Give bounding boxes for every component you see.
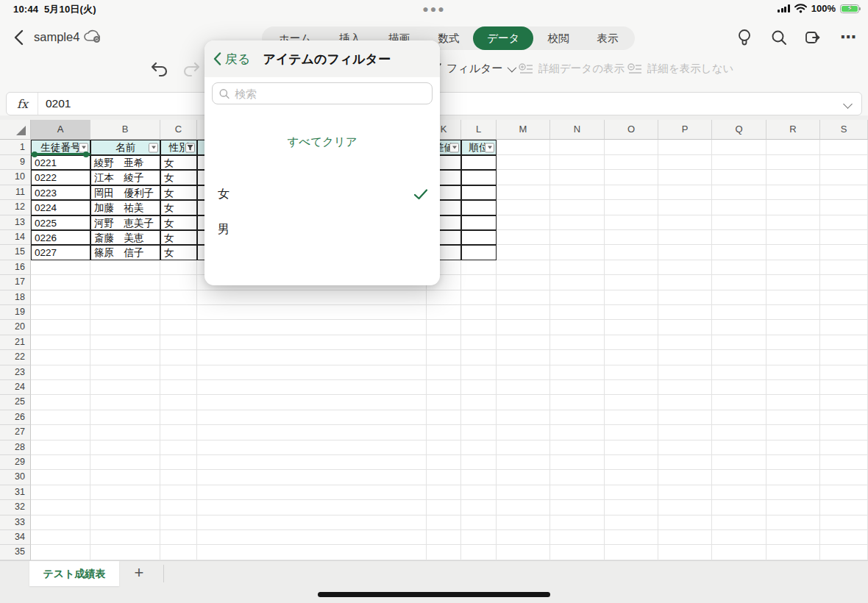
cell[interactable] (427, 320, 461, 335)
column-header-L[interactable]: L (461, 120, 497, 140)
cell[interactable] (160, 455, 197, 470)
popup-search-box[interactable] (212, 82, 433, 104)
cell[interactable] (820, 260, 868, 275)
cell[interactable] (766, 305, 820, 320)
cell[interactable] (160, 260, 197, 275)
cell[interactable] (160, 350, 197, 365)
cell[interactable] (90, 335, 160, 350)
cell[interactable] (605, 500, 658, 515)
cell[interactable] (712, 530, 766, 545)
cell[interactable] (712, 185, 766, 200)
cell[interactable] (712, 365, 766, 380)
cell[interactable] (160, 275, 197, 290)
cell[interactable] (605, 425, 658, 440)
cell-A9[interactable]: 0221 (31, 155, 90, 170)
cell[interactable] (197, 500, 427, 515)
cell[interactable] (427, 365, 461, 380)
cell[interactable] (605, 440, 658, 455)
cell[interactable] (550, 260, 605, 275)
column-header-R[interactable]: R (766, 120, 820, 140)
cell[interactable] (90, 260, 160, 275)
cell[interactable] (90, 545, 160, 560)
cell[interactable] (160, 305, 197, 320)
cell[interactable] (427, 485, 461, 500)
column-header-M[interactable]: M (497, 120, 550, 140)
cell[interactable] (550, 455, 605, 470)
cell[interactable] (427, 350, 461, 365)
cell[interactable] (550, 320, 605, 335)
cell[interactable] (497, 320, 550, 335)
cell[interactable] (461, 500, 497, 515)
row-header-26[interactable]: 26 (0, 410, 31, 425)
cell[interactable] (550, 380, 605, 395)
cell[interactable] (820, 425, 868, 440)
cell[interactable] (712, 245, 766, 260)
cell[interactable] (820, 155, 868, 170)
cell[interactable] (550, 410, 605, 425)
cell[interactable] (497, 380, 550, 395)
cell[interactable] (160, 395, 197, 410)
cell[interactable] (766, 515, 820, 530)
cell[interactable] (90, 365, 160, 380)
cell[interactable] (820, 230, 868, 245)
cell[interactable] (712, 320, 766, 335)
cell[interactable] (160, 290, 197, 305)
tell-me-lightbulb-icon[interactable] (735, 28, 754, 47)
cell[interactable] (31, 440, 90, 455)
row-header-18[interactable]: 18 (0, 290, 31, 305)
cell[interactable] (427, 335, 461, 350)
cell[interactable] (160, 320, 197, 335)
cell[interactable] (461, 335, 497, 350)
cell[interactable] (820, 410, 868, 425)
filter-funnel-icon[interactable] (185, 143, 195, 152)
cell[interactable] (550, 485, 605, 500)
cell[interactable] (197, 335, 427, 350)
cell[interactable] (712, 305, 766, 320)
selection-border[interactable] (31, 153, 90, 155)
filter-dropdown-icon[interactable] (79, 143, 88, 152)
column-header-B[interactable]: B (90, 120, 160, 140)
cell[interactable] (658, 185, 712, 200)
cell[interactable] (605, 545, 658, 560)
cell[interactable] (550, 545, 605, 560)
cell[interactable] (605, 290, 658, 305)
cell[interactable] (461, 365, 497, 380)
cell-L14[interactable] (461, 230, 497, 245)
cell[interactable] (605, 455, 658, 470)
select-all-corner[interactable] (0, 120, 31, 140)
cell[interactable] (461, 290, 497, 305)
cell[interactable] (658, 215, 712, 230)
cell[interactable] (605, 530, 658, 545)
cell[interactable] (712, 395, 766, 410)
cell[interactable] (820, 530, 868, 545)
cell[interactable] (160, 500, 197, 515)
cell-B13[interactable]: 河野 恵美子 (90, 215, 160, 230)
cell[interactable] (658, 245, 712, 260)
cell[interactable] (766, 395, 820, 410)
cell[interactable] (605, 185, 658, 200)
cell-A11[interactable]: 0223 (31, 185, 90, 200)
add-sheet-button[interactable]: + (127, 561, 152, 586)
cell[interactable] (605, 155, 658, 170)
row-header-9[interactable]: 9 (0, 155, 31, 170)
cell-B11[interactable]: 岡田 優利子 (90, 185, 160, 200)
share-icon[interactable] (804, 28, 823, 47)
cell[interactable] (497, 335, 550, 350)
cell[interactable] (820, 395, 868, 410)
cell[interactable] (160, 440, 197, 455)
cell[interactable] (766, 380, 820, 395)
cell[interactable] (197, 530, 427, 545)
row-header-19[interactable]: 19 (0, 305, 31, 320)
cell[interactable] (90, 320, 160, 335)
popup-search-input[interactable] (235, 88, 425, 100)
cell-A14[interactable]: 0226 (31, 230, 90, 245)
cell[interactable] (550, 350, 605, 365)
ribbon-tab-4[interactable]: データ (473, 26, 533, 50)
cell[interactable] (90, 410, 160, 425)
cell[interactable] (658, 515, 712, 530)
cell[interactable] (658, 140, 712, 155)
cell[interactable] (605, 140, 658, 155)
row-header-34[interactable]: 34 (0, 530, 31, 545)
cell[interactable] (427, 545, 461, 560)
cell[interactable] (712, 155, 766, 170)
